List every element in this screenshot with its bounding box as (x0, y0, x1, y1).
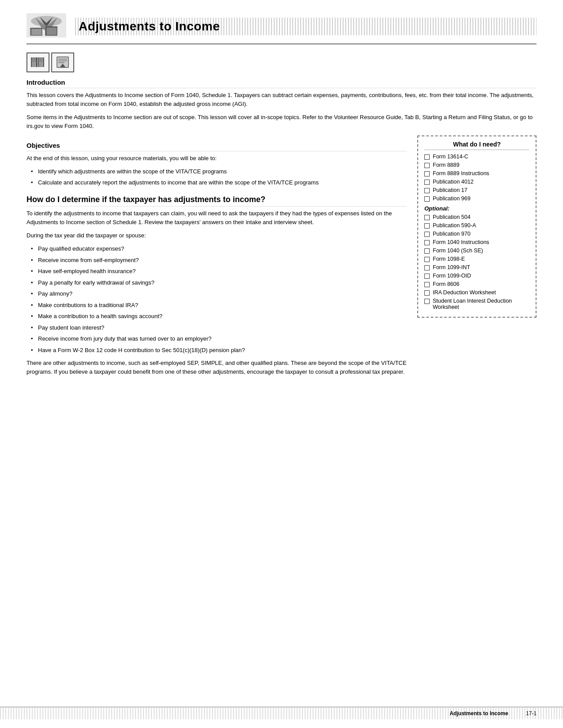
page-title: Adjustments to Income (75, 18, 537, 35)
optional-item-7: Form 1099-OID (424, 273, 529, 279)
checkbox-icon (424, 282, 430, 287)
svg-rect-7 (46, 26, 57, 27)
required-item-2: Form 8889 Instructions (424, 170, 529, 176)
optional-item-label: Form 8606 (433, 281, 459, 287)
header-logo (26, 13, 66, 40)
svg-rect-12 (31, 58, 37, 59)
list-item: Have a Form W-2 Box 12 code H contributi… (31, 346, 407, 355)
optional-item-4: Form 1040 (Sch SE) (424, 248, 529, 254)
logo-icon (26, 13, 66, 40)
checkbox-icon (424, 163, 430, 168)
checkbox-icon (424, 274, 430, 279)
svg-rect-23 (58, 59, 67, 60)
list-item: Have self-employed health insurance? (31, 267, 407, 276)
required-item-label: Publication 17 (433, 187, 468, 193)
checkbox-icon (424, 196, 430, 202)
checkbox-icon (424, 265, 430, 270)
footer-text: Adjustments to Income 17-1 (450, 710, 537, 717)
svg-rect-20 (39, 61, 43, 61)
required-item-4: Publication 17 (424, 187, 529, 193)
footer-page: 17-1 (526, 710, 537, 717)
optional-item-label: Publication 970 (433, 231, 470, 237)
how-para-1: To identify the adjustments to income th… (26, 209, 407, 227)
intro-para-2: Some items in the Adjustments to Income … (26, 113, 537, 131)
svg-rect-14 (31, 61, 37, 61)
intro-icons (26, 53, 537, 72)
footer-bar: Adjustments to Income 17-1 (0, 706, 563, 719)
how-para-2: During the tax year did the taxpayer or … (26, 231, 407, 240)
optional-item-label: Form 1099-INT (433, 264, 470, 270)
list-item: Pay student loan interest? (31, 323, 407, 332)
required-item-0: Form 13614-C (424, 154, 529, 160)
objectives-heading: Objectives (26, 142, 407, 151)
required-item-label: Form 8889 Instructions (433, 170, 489, 176)
how-heading: How do I determine if the taxpayer has a… (26, 195, 407, 206)
intro-heading: Introduction (26, 79, 537, 88)
optional-item-label: Form 1099-OID (433, 273, 471, 279)
page: Adjustments to Income (0, 0, 563, 728)
closing-paragraph: There are other adjustments to income, s… (26, 359, 407, 376)
required-item-3: Publication 4012 (424, 179, 529, 185)
checkbox-icon (424, 154, 430, 160)
optional-item-2: Publication 970 (424, 231, 529, 237)
book-icon-1 (26, 53, 49, 72)
svg-rect-9 (47, 27, 57, 35)
how-list: Pay qualified educator expenses? Receive… (26, 244, 407, 354)
required-item-label: Form 13614-C (433, 154, 469, 160)
optional-item-3: Form 1040 Instructions (424, 239, 529, 245)
required-item-label: Publication 969 (433, 195, 470, 202)
checkbox-icon (424, 180, 430, 185)
optional-item-label: Form 1098-E (433, 256, 465, 262)
intro-para-1: This lesson covers the Adjustments to In… (26, 91, 537, 109)
list-item: Receive income from jury duty that was t… (31, 334, 407, 343)
optional-item-label: Publication 590-A (433, 222, 476, 229)
main-content: Objectives At the end of this lesson, us… (26, 135, 537, 381)
optional-item-1: Publication 590-A (424, 222, 529, 229)
list-item: Receive income from self-employment? (31, 256, 407, 265)
what-do-i-need-box: What do I need? Form 13614-C Form 8889 F… (417, 135, 537, 318)
checkbox-icon (424, 171, 430, 176)
checkbox-icon (424, 290, 430, 296)
optional-item-label: Form 1040 (Sch SE) (433, 248, 483, 254)
list-item: Pay a penalty for early withdrawal of sa… (31, 278, 407, 287)
book-icon-2 (51, 53, 74, 72)
required-item-5: Publication 969 (424, 195, 529, 202)
svg-rect-19 (39, 60, 43, 60)
svg-rect-8 (32, 29, 42, 35)
checkbox-icon (424, 188, 430, 193)
header-title-wrap: Adjustments to Income (75, 18, 537, 35)
objectives-list: Identify which adjustments are within th… (26, 167, 407, 187)
required-item-label: Form 8889 (433, 162, 459, 168)
list-item: Make a contribution to a health savings … (31, 312, 407, 321)
svg-rect-13 (31, 60, 37, 60)
svg-rect-5 (31, 28, 42, 29)
checkbox-icon (424, 215, 430, 220)
list-item: Pay alimony? (31, 289, 407, 298)
optional-item-5: Form 1098-E (424, 256, 529, 262)
footer-label: Adjustments to Income (450, 710, 508, 717)
checkbox-icon (424, 240, 430, 245)
optional-item-label: Form 1040 Instructions (433, 239, 489, 245)
optional-item-10: Student Loan Interest Deduction Workshee… (424, 298, 529, 310)
optional-item-0: Publication 504 (424, 214, 529, 220)
header-banner: Adjustments to Income (26, 13, 537, 45)
checkbox-icon (424, 257, 430, 262)
checkbox-icon (424, 232, 430, 237)
optional-item-label: Student Loan Interest Deduction Workshee… (433, 298, 529, 310)
left-column: Objectives At the end of this lesson, us… (26, 135, 407, 381)
checkbox-icon (424, 223, 430, 229)
objectives-intro: At the end of this lesson, using your re… (26, 154, 407, 163)
svg-rect-18 (39, 58, 43, 59)
optional-item-9: IRA Deduction Worksheet (424, 289, 529, 296)
list-item: Calculate and accurately report the adju… (31, 178, 407, 187)
list-item: Make contributions to a traditional IRA? (31, 301, 407, 310)
required-item-1: Form 8889 (424, 162, 529, 168)
optional-item-label: Publication 504 (433, 214, 470, 220)
intro-paragraphs: This lesson covers the Adjustments to In… (26, 91, 537, 131)
svg-rect-24 (58, 60, 67, 61)
list-item: Identify which adjustments are within th… (31, 167, 407, 176)
right-column: What do I need? Form 13614-C Form 8889 F… (417, 135, 537, 381)
required-item-label: Publication 4012 (433, 179, 473, 185)
svg-rect-25 (58, 62, 64, 63)
optional-label: Optional: (424, 205, 529, 212)
